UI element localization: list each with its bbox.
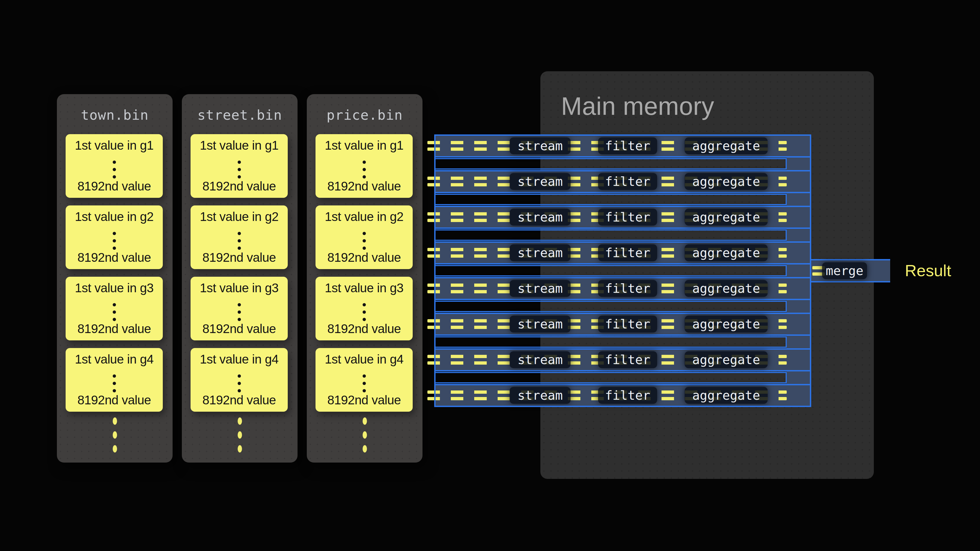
op-box-filter: filter — [598, 173, 657, 190]
dot-icon — [113, 239, 116, 243]
dot-icon — [363, 246, 366, 250]
pipeline-strip — [434, 158, 787, 170]
dot-icon — [113, 382, 116, 385]
pipeline-strip — [434, 372, 787, 383]
granule-block: 1st value in g48192nd value — [65, 348, 163, 412]
dot-icon — [363, 232, 366, 235]
granule-top-label: 1st value in g4 — [191, 352, 288, 367]
pipeline-strip — [434, 336, 787, 348]
dot-icon — [238, 418, 242, 425]
op-box-stream: stream — [510, 137, 571, 154]
dot-icon — [238, 239, 241, 243]
dot-icon — [363, 382, 366, 385]
column-ellipsis-dots — [57, 411, 173, 454]
granule-block: 1st value in g18192nd value — [65, 134, 163, 198]
granule-bottom-label: 8192nd value — [65, 250, 163, 265]
granule-top-label: 1st value in g2 — [65, 209, 163, 224]
dot-icon — [113, 418, 117, 425]
granule-bottom-label: 8192nd value — [315, 250, 413, 265]
dot-icon — [113, 310, 116, 314]
granule-bottom-label: 8192nd value — [191, 393, 288, 407]
dot-icon — [113, 232, 116, 235]
granule-ellipsis-dots — [65, 370, 163, 392]
dot-icon — [363, 310, 366, 314]
dot-icon — [113, 375, 116, 378]
granule-ellipsis-dots — [315, 370, 413, 392]
dot-icon — [363, 160, 366, 164]
granule-bottom-label: 8192nd value — [65, 179, 163, 194]
granule-top-label: 1st value in g4 — [65, 352, 163, 367]
dot-icon — [363, 431, 367, 438]
pipeline-row: streamfilteraggregate — [434, 134, 811, 157]
granule-top-label: 1st value in g2 — [315, 209, 413, 224]
op-box-aggregate: aggregate — [685, 173, 768, 190]
granule-bottom-label: 8192nd value — [315, 179, 413, 194]
granule-top-label: 1st value in g3 — [65, 281, 163, 295]
dot-icon — [238, 303, 241, 306]
op-box-filter: filter — [598, 137, 657, 154]
granule-block: 1st value in g28192nd value — [65, 205, 163, 269]
op-box-aggregate: aggregate — [685, 245, 768, 261]
dot-icon — [363, 418, 367, 425]
dot-icon — [238, 445, 242, 453]
granule-ellipsis-dots — [315, 299, 413, 321]
main-memory-title: Main memory — [561, 92, 714, 121]
dot-icon — [113, 318, 116, 321]
dot-icon — [238, 160, 241, 164]
dot-icon — [113, 246, 116, 250]
granule-ellipsis-dots — [191, 299, 288, 321]
dot-icon — [238, 382, 241, 385]
op-box-stream: stream — [510, 173, 571, 190]
dot-icon — [238, 375, 241, 378]
granule-block: 1st value in g38192nd value — [315, 277, 413, 340]
dot-icon — [363, 239, 366, 243]
granule-top-label: 1st value in g4 — [315, 352, 413, 367]
merge-operator-box: merge — [822, 262, 867, 279]
op-box-filter: filter — [598, 387, 657, 404]
op-box-stream: stream — [510, 280, 571, 297]
pipeline-row: streamfilteraggregate — [434, 241, 811, 265]
file-column: price.bin1st value in g18192nd value1st … — [307, 94, 423, 462]
dot-icon — [363, 175, 366, 178]
result-label: Result — [905, 260, 951, 282]
op-box-filter: filter — [598, 209, 657, 225]
op-box-stream: stream — [510, 387, 571, 404]
file-column-title: town.bin — [57, 107, 173, 123]
op-box-aggregate: aggregate — [685, 316, 768, 332]
file-column: town.bin1st value in g18192nd value1st v… — [57, 94, 173, 462]
op-box-stream: stream — [510, 351, 571, 368]
dot-icon — [238, 431, 242, 438]
op-box-stream: stream — [510, 209, 571, 225]
dot-icon — [113, 175, 116, 178]
granule-block: 1st value in g28192nd value — [191, 205, 288, 269]
pipeline-strip — [434, 229, 787, 241]
dot-icon — [238, 389, 241, 392]
dot-icon — [113, 431, 117, 438]
dot-icon — [113, 445, 117, 453]
pipeline-row: streamfilteraggregate — [434, 348, 811, 372]
granule-bottom-label: 8192nd value — [191, 250, 288, 265]
op-box-filter: filter — [598, 316, 657, 332]
granule-bottom-label: 8192nd value — [315, 321, 413, 336]
dot-icon — [238, 318, 241, 321]
granule-block: 1st value in g38192nd value — [191, 277, 288, 340]
granule-bottom-label: 8192nd value — [315, 393, 413, 407]
dot-icon — [363, 318, 366, 321]
dot-icon — [363, 303, 366, 306]
pipeline-row: streamfilteraggregate — [434, 313, 811, 336]
granule-block: 1st value in g18192nd value — [191, 134, 288, 198]
dot-icon — [238, 246, 241, 250]
dot-icon — [113, 168, 116, 171]
dot-icon — [363, 375, 366, 378]
pipeline-row: streamfilteraggregate — [434, 170, 811, 193]
dot-icon — [363, 168, 366, 171]
op-box-aggregate: aggregate — [685, 209, 768, 225]
granule-block: 1st value in g28192nd value — [315, 205, 413, 269]
granule-top-label: 1st value in g1 — [315, 138, 413, 152]
granule-top-label: 1st value in g3 — [191, 281, 288, 295]
granule-bottom-label: 8192nd value — [191, 179, 288, 194]
op-box-aggregate: aggregate — [685, 351, 768, 368]
dot-icon — [113, 160, 116, 164]
granule-block: 1st value in g38192nd value — [65, 277, 163, 340]
column-ellipsis-dots — [182, 411, 298, 454]
